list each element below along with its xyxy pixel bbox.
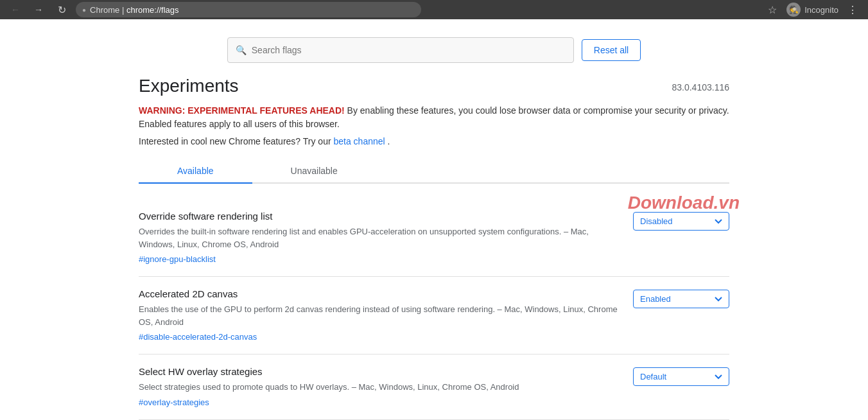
flag-name: Accelerated 2D canvas <box>139 288 620 299</box>
interest-text-start: Interested in cool new Chrome features? … <box>139 136 333 146</box>
interest-paragraph: Interested in cool new Chrome features? … <box>139 136 729 146</box>
search-input[interactable] <box>252 45 566 55</box>
address-url: chrome://flags <box>126 5 179 15</box>
warning-label: WARNING: EXPERIMENTAL FEATURES AHEAD! <box>139 105 345 116</box>
reset-all-button[interactable]: Reset all <box>582 39 641 61</box>
flag-control: DefaultEnabledDisabled <box>633 211 729 231</box>
back-button[interactable]: ← <box>6 1 24 19</box>
flag-name: Select HW overlay strategies <box>139 366 620 377</box>
security-icon: ● <box>82 6 86 13</box>
address-text: Chrome | chrome://flags <box>90 5 179 15</box>
experiments-header: Experiments 83.0.4103.116 <box>139 76 729 96</box>
flag-description: Select strategies used to promote quads … <box>139 381 620 394</box>
interest-text-end: . <box>388 136 390 146</box>
flag-item: Accelerated 2D canvasEnables the use of … <box>139 277 729 354</box>
flag-name: Override software rendering list <box>139 211 620 222</box>
beta-channel-link[interactable]: beta channel <box>333 136 385 146</box>
incognito-area: 🕵 Incognito <box>786 3 838 17</box>
experiments-container: Experiments 83.0.4103.116 WARNING: EXPER… <box>113 76 755 420</box>
flag-item: Override software rendering listOverride… <box>139 199 729 277</box>
flag-anchor-link[interactable]: #ignore-gpu-blacklist <box>139 254 216 264</box>
flag-info: Accelerated 2D canvasEnables the use of … <box>139 288 620 342</box>
bookmark-button[interactable]: ☆ <box>763 1 781 19</box>
search-icon: 🔍 <box>236 45 247 55</box>
tab-available[interactable]: Available <box>139 159 252 182</box>
flag-info: Override software rendering listOverride… <box>139 211 620 265</box>
warning-paragraph: WARNING: EXPERIMENTAL FEATURES AHEAD! By… <box>139 104 729 131</box>
flag-select-dropdown[interactable]: DefaultEnabledDisabled <box>633 290 729 308</box>
address-chrome-label: Chrome <box>90 5 119 15</box>
forward-button[interactable]: → <box>30 1 48 19</box>
flag-info: Select HW overlay strategiesSelect strat… <box>139 366 620 408</box>
tab-unavailable[interactable]: Unavailable <box>252 159 376 182</box>
address-separator: | <box>122 5 126 15</box>
search-box: 🔍 <box>227 37 574 63</box>
flag-description: Enables the use of the GPU to perform 2d… <box>139 303 620 328</box>
flag-control: DefaultEnabledDisabled <box>633 366 729 386</box>
titlebar: ← → ↻ ● Chrome | chrome://flags ☆ 🕵 Inco… <box>0 0 868 19</box>
flags-list: Override software rendering listOverride… <box>139 199 729 420</box>
version-text: 83.0.4103.116 <box>672 76 729 92</box>
flag-control: DefaultEnabledDisabled <box>633 288 729 308</box>
experiments-title: Experiments <box>139 76 239 96</box>
incognito-label: Incognito <box>804 5 838 15</box>
flag-select-dropdown[interactable]: DefaultEnabledDisabled <box>633 367 729 386</box>
flag-anchor-link[interactable]: #overlay-strategies <box>139 398 209 407</box>
search-area: 🔍 Reset all <box>0 19 868 76</box>
flag-select-dropdown[interactable]: DefaultEnabledDisabled <box>633 212 729 231</box>
address-bar: ● Chrome | chrome://flags <box>76 2 421 17</box>
more-menu-button[interactable]: ⋮ <box>844 1 862 19</box>
flag-anchor-link[interactable]: #disable-accelerated-2d-canvas <box>139 332 257 342</box>
main-content: 🔍 Reset all Experiments 83.0.4103.116 WA… <box>0 19 868 420</box>
tabs-container: Available Unavailable <box>139 159 729 184</box>
reload-button[interactable]: ↻ <box>53 1 71 19</box>
flag-description: Overrides the built-in software renderin… <box>139 225 620 250</box>
incognito-icon: 🕵 <box>786 3 801 17</box>
flag-item: Select HW overlay strategiesSelect strat… <box>139 354 729 420</box>
